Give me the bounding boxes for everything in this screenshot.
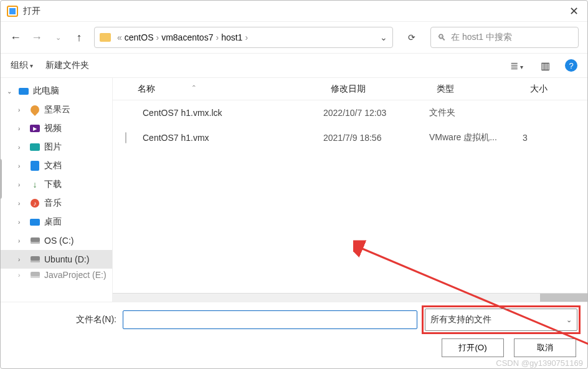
breadcrumb-part[interactable]: host1: [221, 32, 242, 42]
nav-row: ← → ⌄ ↑ « centOS › vm8acentos7 › host1 ›…: [1, 22, 587, 53]
column-headers[interactable]: 名称 ˆ 修改日期 类型 大小: [113, 78, 587, 100]
tree-item-pictures[interactable]: ›图片: [1, 138, 112, 156]
tree-item-jianguoyun[interactable]: ›坚果云: [1, 100, 112, 119]
scrollbar-thumb[interactable]: [540, 294, 587, 302]
dialog-body: ⌄ 此电脑 ›坚果云 ›▶视频 ›图片 ›文档 ›↓下载 ›♪音乐 ›桌面 ›O…: [1, 78, 587, 302]
tree-item-drive-d[interactable]: ›Ubuntu (D:): [1, 250, 112, 269]
tree-item-drive-c[interactable]: ›OS (C:): [1, 231, 112, 250]
picture-icon: [30, 143, 40, 151]
desktop-icon: [30, 219, 40, 226]
file-date: 2021/7/9 18:56: [323, 133, 429, 143]
up-button[interactable]: ↑: [73, 31, 85, 44]
sort-indicator-icon: ˆ: [192, 84, 196, 94]
chevron-right-icon: ›: [245, 32, 248, 42]
tree-label: 坚果云: [44, 104, 70, 115]
organize-menu[interactable]: 组织: [11, 60, 33, 71]
tree-item-music[interactable]: ›♪音乐: [1, 194, 112, 213]
file-name: CentOS7 h1.vmx.lck: [143, 108, 323, 118]
document-icon: [31, 161, 39, 171]
file-list-pane: 名称 ˆ 修改日期 类型 大小 CentOS7 h1.vmx.lck 2022/…: [113, 78, 587, 302]
tree-item-drive-e[interactable]: ›JavaProject (E:): [1, 269, 112, 281]
refresh-button[interactable]: ⟳: [402, 32, 422, 42]
open-button[interactable]: 打开(O): [442, 338, 504, 357]
breadcrumb-part[interactable]: centOS: [125, 32, 154, 42]
tree-label: OS (C:): [44, 236, 74, 246]
breadcrumb-part[interactable]: vm8acentos7: [161, 32, 213, 42]
download-icon: ↓: [33, 180, 37, 189]
drive-icon: [31, 237, 40, 244]
vmx-file-icon: [125, 132, 126, 143]
filter-label: 所有支持的文件: [430, 314, 491, 325]
file-type: 文件夹: [429, 107, 523, 118]
file-date: 2022/10/7 12:03: [323, 108, 429, 118]
window-title: 打开: [23, 6, 40, 17]
col-size[interactable]: 大小: [530, 84, 587, 95]
tree-label: 此电脑: [33, 85, 59, 97]
tree-item-videos[interactable]: ›▶视频: [1, 119, 112, 138]
search-placeholder: 在 host1 中搜索: [451, 32, 512, 43]
tree-item-documents[interactable]: ›文档: [1, 156, 112, 175]
video-icon: ▶: [30, 125, 40, 132]
music-icon: ♪: [31, 199, 39, 208]
breadcrumb-prefix: «: [117, 32, 122, 42]
tree-item-downloads[interactable]: ›↓下载: [1, 175, 112, 194]
file-name: CentOS7 h1.vmx: [143, 133, 323, 143]
tree-label: 音乐: [44, 198, 62, 209]
col-name[interactable]: 名称: [138, 84, 155, 95]
recent-dropdown-icon[interactable]: ⌄: [52, 34, 64, 42]
col-type[interactable]: 类型: [437, 84, 530, 95]
tree-label: 图片: [44, 141, 62, 153]
titlebar: 打开 ✕: [1, 1, 587, 22]
chevron-right-icon: ›: [216, 32, 219, 42]
help-icon[interactable]: ?: [565, 59, 577, 72]
col-date[interactable]: 修改日期: [331, 84, 437, 95]
tree-label: Ubuntu (D:): [44, 254, 89, 264]
file-rows: CentOS7 h1.vmx.lck 2022/10/7 12:03 文件夹 C…: [113, 100, 587, 293]
breadcrumb-dropdown-icon[interactable]: ⌄: [380, 32, 387, 42]
drive-icon: [31, 256, 40, 262]
chevron-down-icon: ⌄: [566, 316, 572, 324]
tree-item-desktop[interactable]: ›桌面: [1, 213, 112, 231]
tree-label: 桌面: [44, 216, 62, 228]
filename-input[interactable]: [123, 310, 417, 329]
file-row-vmx[interactable]: CentOS7 h1.vmx 2021/7/9 18:56 VMware 虚拟机…: [113, 125, 587, 150]
tree-label: JavaProject (E:): [44, 270, 107, 280]
drive-icon: [31, 272, 40, 278]
tree-label: 下载: [44, 179, 62, 190]
chevron-down-icon[interactable]: ⌄: [7, 88, 14, 95]
tree-root-this-pc[interactable]: ⌄ 此电脑: [1, 82, 112, 100]
new-folder-button[interactable]: 新建文件夹: [45, 60, 89, 71]
dialog-footer: 文件名(N): 所有支持的文件 ⌄ 打开(O) 取消: [1, 302, 587, 368]
forward-button[interactable]: →: [31, 31, 43, 44]
nut-icon: [29, 103, 41, 116]
view-list-icon[interactable]: ≣: [508, 60, 526, 72]
folder-tree: ⌄ 此电脑 ›坚果云 ›▶视频 ›图片 ›文档 ›↓下载 ›♪音乐 ›桌面 ›O…: [1, 78, 113, 302]
scrollbar-thumb[interactable]: [1, 159, 2, 199]
back-button[interactable]: ←: [9, 31, 22, 44]
tree-label: 文档: [44, 160, 62, 171]
cancel-button[interactable]: 取消: [514, 338, 576, 357]
chevron-right-icon: ›: [156, 32, 159, 42]
horizontal-scrollbar[interactable]: [113, 293, 587, 302]
breadcrumb[interactable]: « centOS › vm8acentos7 › host1 › ⌄: [94, 27, 393, 48]
file-size: 3: [523, 133, 587, 143]
tree-label: 视频: [44, 123, 62, 134]
open-dialog: 打开 ✕ ← → ⌄ ↑ « centOS › vm8acentos7 › ho…: [0, 0, 588, 369]
folder-icon: [100, 33, 111, 42]
pc-icon: [19, 88, 29, 95]
search-input[interactable]: 🔍︎ 在 host1 中搜索: [430, 27, 579, 48]
file-type: VMware 虚拟机...: [429, 132, 523, 143]
search-icon: 🔍︎: [437, 32, 446, 42]
filename-label: 文件名(N):: [11, 314, 119, 325]
close-icon[interactable]: ✕: [567, 3, 581, 19]
file-row-folder[interactable]: CentOS7 h1.vmx.lck 2022/10/7 12:03 文件夹: [113, 100, 587, 125]
toolbar: 组织 新建文件夹 ≣ ▥ ?: [1, 53, 587, 78]
preview-pane-icon[interactable]: ▥: [538, 60, 552, 72]
file-type-filter[interactable]: 所有支持的文件 ⌄: [425, 309, 577, 331]
app-logo-icon: [7, 6, 18, 17]
